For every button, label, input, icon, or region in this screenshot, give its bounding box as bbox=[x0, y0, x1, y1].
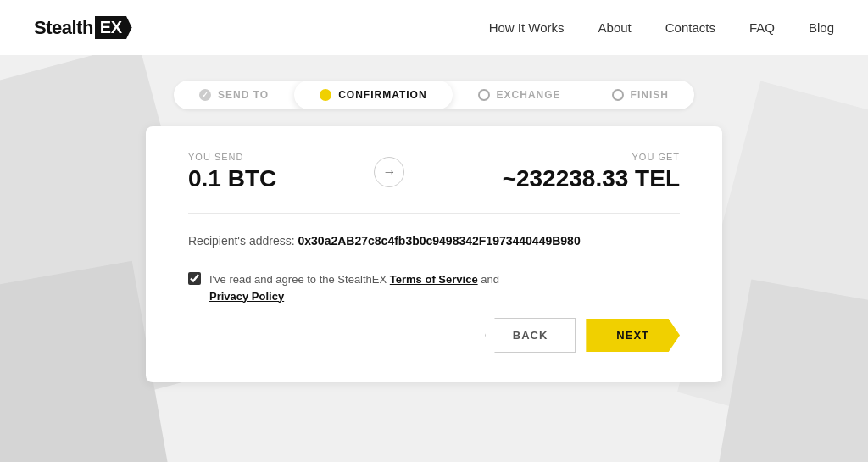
send-label: YOU SEND bbox=[188, 152, 243, 162]
send-block: YOU SEND 0.1 BTC bbox=[188, 152, 276, 192]
main-content: ✓ SEND TO CONFIRMATION EXCHANGE FINISH Y… bbox=[0, 55, 868, 382]
nav: How It Works About Contacts FAQ Blog bbox=[489, 20, 834, 35]
steps-breadcrumb: ✓ SEND TO CONFIRMATION EXCHANGE FINISH bbox=[174, 81, 694, 109]
step-confirmation-dot bbox=[320, 89, 331, 101]
terms-checkbox-row: I've read and agree to the StealthEX Ter… bbox=[188, 271, 680, 304]
recipient-address: 0x30a2AB27c8c4fb3b0c9498342F1973440449B9… bbox=[298, 234, 581, 248]
arrow-icon: → bbox=[374, 157, 404, 187]
confirmation-card: YOU SEND 0.1 BTC → YOU GET ~232238.33 TE… bbox=[146, 126, 722, 382]
logo-box: EX bbox=[95, 16, 132, 39]
get-value: ~232238.33 TEL bbox=[503, 165, 680, 192]
recipient-row: Recipient's address: 0x30a2AB27c8c4fb3b0… bbox=[188, 234, 680, 248]
terms-of-service-link[interactable]: Terms of Service bbox=[390, 273, 478, 286]
step-send-to-label: SEND TO bbox=[218, 89, 269, 101]
step-send-to-dot: ✓ bbox=[199, 89, 211, 101]
header: Stealth EX How It Works About Contacts F… bbox=[0, 0, 868, 55]
send-value: 0.1 BTC bbox=[188, 165, 276, 192]
step-exchange-dot bbox=[478, 89, 490, 101]
logo-text: Stealth bbox=[34, 17, 93, 39]
checkbox-text-before: I've read and agree to the StealthEX bbox=[209, 273, 390, 286]
step-confirmation-label: CONFIRMATION bbox=[338, 89, 426, 101]
next-button[interactable]: NEXT bbox=[586, 319, 680, 352]
privacy-policy-link[interactable]: Privacy Policy bbox=[209, 290, 284, 303]
step-exchange: EXCHANGE bbox=[453, 81, 587, 109]
get-block: YOU GET ~232238.33 TEL bbox=[503, 152, 680, 192]
back-button[interactable]: BACK bbox=[485, 318, 576, 353]
checkbox-text-middle: and bbox=[478, 273, 499, 286]
step-finish-label: FINISH bbox=[631, 89, 669, 101]
logo: Stealth EX bbox=[34, 16, 132, 39]
step-finish: FINISH bbox=[587, 81, 694, 109]
get-label: YOU GET bbox=[632, 152, 680, 162]
buttons-row: BACK NEXT bbox=[188, 318, 680, 353]
terms-checkbox[interactable] bbox=[188, 272, 201, 285]
nav-about[interactable]: About bbox=[598, 20, 632, 35]
step-send-to: ✓ SEND TO bbox=[174, 81, 294, 109]
nav-contacts[interactable]: Contacts bbox=[665, 20, 715, 35]
nav-how-it-works[interactable]: How It Works bbox=[489, 20, 565, 35]
terms-label: I've read and agree to the StealthEX Ter… bbox=[209, 271, 499, 304]
exchange-row: YOU SEND 0.1 BTC → YOU GET ~232238.33 TE… bbox=[188, 152, 680, 214]
step-confirmation: CONFIRMATION bbox=[294, 81, 452, 109]
step-exchange-label: EXCHANGE bbox=[497, 89, 561, 101]
nav-blog[interactable]: Blog bbox=[809, 20, 834, 35]
nav-faq[interactable]: FAQ bbox=[749, 20, 775, 35]
recipient-label: Recipient's address: bbox=[188, 234, 295, 248]
step-finish-dot bbox=[612, 89, 624, 101]
